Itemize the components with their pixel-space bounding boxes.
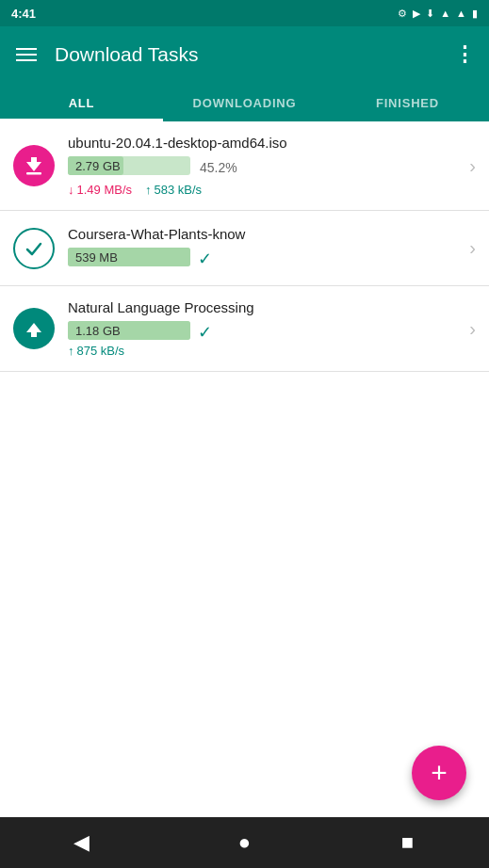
download-arrow-icon: [24, 155, 44, 176]
upload-arrow-icon: [24, 318, 44, 339]
progress-bar: 2.79 GB: [68, 156, 190, 175]
svg-marker-0: [26, 157, 41, 171]
tab-all[interactable]: ALL: [0, 83, 163, 121]
plus-icon: +: [431, 759, 448, 787]
hamburger-line-2: [16, 54, 37, 56]
back-icon: ◀: [73, 830, 90, 855]
app-bar: Download Tasks ⋮: [0, 26, 489, 83]
add-download-button[interactable]: +: [412, 746, 466, 800]
table-row[interactable]: Natural Language Processing 1.18 GB ✓ ↑ …: [0, 286, 489, 372]
task-icon-complete: [13, 228, 55, 269]
speed-up-value: 875 kB/s: [77, 344, 125, 358]
size-row: 539 MB ✓: [68, 248, 452, 270]
progress-size-label: 1.18 GB: [68, 324, 121, 338]
task-list: ubuntu-20.04.1-desktop-amd64.iso 2.79 GB…: [0, 121, 489, 372]
task-icon-seeding: [13, 308, 55, 349]
arrow-down-icon: ↓: [68, 183, 74, 197]
recents-icon: ■: [401, 830, 414, 855]
download-icon: ⬇: [426, 8, 434, 20]
status-icons: ⚙ ▶ ⬇ ▲ ▲ ▮: [398, 8, 478, 20]
task-chevron-right-icon[interactable]: ›: [462, 155, 489, 177]
task-body-2: Coursera-What-Plants-know 539 MB ✓: [55, 226, 462, 270]
signal-icon: ▲: [456, 8, 466, 19]
task-chevron-right-icon[interactable]: ›: [462, 237, 489, 259]
menu-button[interactable]: [13, 48, 40, 61]
page-title: Download Tasks: [55, 43, 439, 66]
task-icon-download: [13, 145, 55, 186]
play-icon: ▶: [413, 8, 420, 20]
arrow-up-icon: ↑: [68, 344, 74, 358]
hamburger-line-3: [16, 59, 37, 61]
speed-down-value: 1.49 MB/s: [77, 183, 133, 197]
svg-rect-1: [26, 172, 41, 175]
progress-size-label: 539 MB: [68, 250, 118, 265]
navigation-bar: ◀ ● ■: [0, 817, 489, 868]
arrow-up-icon: ↑: [145, 183, 152, 197]
check-circle-icon: [24, 238, 44, 259]
progress-bar: 539 MB: [68, 248, 190, 266]
more-options-button[interactable]: ⋮: [454, 42, 476, 67]
complete-check-icon: ✓: [198, 249, 212, 269]
speed-row: ↓ 1.49 MB/s ↑ 583 kB/s: [68, 183, 452, 197]
svg-marker-2: [26, 323, 41, 337]
recents-button[interactable]: ■: [389, 824, 427, 861]
hamburger-line-1: [16, 48, 37, 50]
back-button[interactable]: ◀: [63, 824, 101, 861]
table-row[interactable]: ubuntu-20.04.1-desktop-amd64.iso 2.79 GB…: [0, 121, 489, 211]
progress-row: 2.79 GB 45.2%: [68, 156, 452, 179]
task-name: ubuntu-20.04.1-desktop-amd64.iso: [68, 135, 452, 151]
progress-size-label: 2.79 GB: [68, 159, 121, 173]
tab-finished[interactable]: FINISHED: [326, 83, 489, 121]
task-body-3: Natural Language Processing 1.18 GB ✓ ↑ …: [55, 299, 462, 358]
status-bar: 4:41 ⚙ ▶ ⬇ ▲ ▲ ▮: [0, 0, 489, 26]
speed-row: ↑ 875 kB/s: [68, 344, 452, 358]
speed-up: ↑ 583 kB/s: [145, 183, 202, 197]
speed-up: ↑ 875 kB/s: [68, 344, 124, 358]
task-name: Coursera-What-Plants-know: [68, 226, 452, 242]
speed-down: ↓ 1.49 MB/s: [68, 183, 132, 197]
tab-downloading[interactable]: DOWNLOADING: [163, 83, 326, 121]
complete-check-icon: ✓: [198, 322, 212, 343]
progress-percent: 45.2%: [200, 160, 237, 175]
settings-icon: ⚙: [398, 8, 407, 20]
tabs-container: ALL DOWNLOADING FINISHED: [0, 83, 489, 121]
status-time: 4:41: [11, 7, 36, 21]
speed-up-value: 583 kB/s: [155, 183, 203, 197]
table-row[interactable]: Coursera-What-Plants-know 539 MB ✓ ›: [0, 211, 489, 286]
task-body-1: ubuntu-20.04.1-desktop-amd64.iso 2.79 GB…: [55, 135, 462, 197]
home-button[interactable]: ●: [226, 824, 264, 861]
battery-icon: ▮: [472, 8, 478, 20]
home-icon: ●: [238, 830, 251, 855]
task-chevron-right-icon[interactable]: ›: [462, 318, 489, 340]
task-name: Natural Language Processing: [68, 299, 452, 315]
wifi-icon: ▲: [440, 8, 450, 19]
progress-bar: 1.18 GB: [68, 321, 190, 340]
size-row: 1.18 GB ✓: [68, 321, 452, 344]
